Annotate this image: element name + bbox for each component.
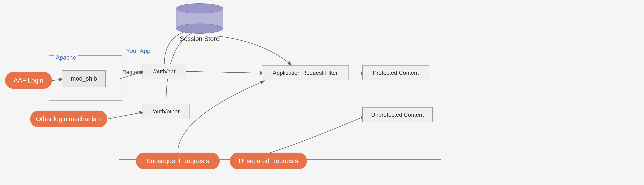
- session-store: Session Store: [176, 3, 223, 43]
- diagram-container: Request+Attributes Apache Your App Sessi…: [0, 0, 644, 185]
- app-request-filter-node: Application Request Filter: [262, 65, 349, 80]
- protected-content-node: Protected Content: [362, 65, 429, 80]
- your-app-label: Your App: [124, 47, 152, 54]
- unprotected-content-node: Unprotected Content: [362, 107, 433, 122]
- mod-shib-node: mod_shib: [62, 70, 106, 87]
- auth-other-node: /auth/other: [142, 104, 190, 119]
- apache-label: Apache: [54, 54, 78, 61]
- aaf-login-node: AAF Login: [5, 72, 52, 89]
- db-bottom: [176, 24, 223, 34]
- other-login-node: Other login mechanism: [30, 111, 107, 127]
- unsecured-requests-node: Unsecured Requests: [230, 152, 307, 169]
- auth-aaf-node: /auth/aaf: [142, 64, 186, 79]
- subsequent-requests-node: Subsequent Requests: [136, 152, 220, 169]
- db-top: [176, 3, 223, 14]
- session-store-label: Session Store: [180, 35, 220, 43]
